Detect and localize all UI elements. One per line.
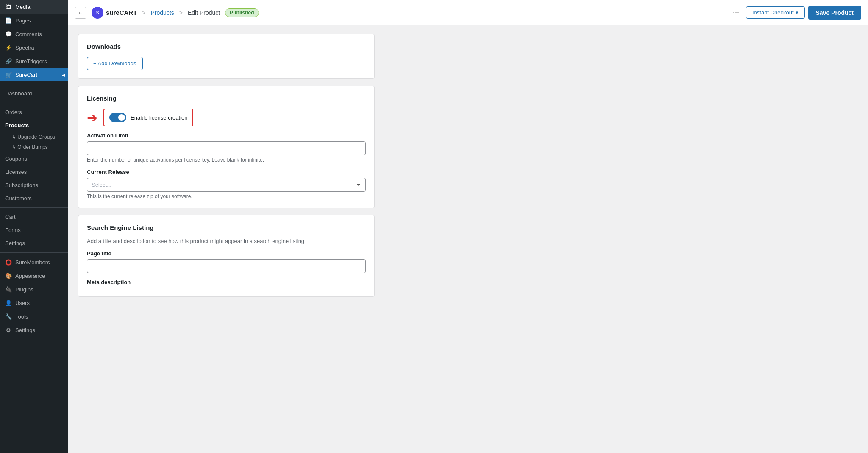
current-release-select[interactable]: Select... [87,178,366,192]
sidebar-item-customers[interactable]: Customers [0,192,68,205]
tools-icon: 🔧 [5,313,12,320]
chevron-down-icon: ▾ [796,9,798,16]
save-product-button[interactable]: Save Product [808,6,861,20]
logo-text: sureCART [106,9,137,16]
seo-description: Add a title and description to see how t… [87,238,366,244]
enable-license-toggle-row: Enable license creation [103,109,193,126]
activation-limit-input[interactable] [87,141,366,155]
published-badge: Published [225,8,259,17]
spectra-icon: ⚡ [5,44,12,51]
breadcrumb-products[interactable]: Products [151,9,174,16]
toggle-slider [109,113,126,122]
sidebar-divider-orders [0,103,68,103]
content-area: Downloads + Add Downloads Licensing ➔ En… [68,25,868,453]
sidebar-item-plugins[interactable]: 🔌 Plugins [0,282,68,296]
more-options-button[interactable]: ··· [729,6,743,19]
meta-description-field: Meta description [87,279,366,285]
back-button[interactable]: ← [75,7,86,19]
sidebar-item-orders[interactable]: Orders [0,106,68,119]
instant-checkout-button[interactable]: Instant Checkout ▾ [746,6,805,19]
sidebar-item-upgrade-groups[interactable]: ↳ Upgrade Groups [0,132,68,142]
breadcrumb-sep-2: > [179,9,183,16]
topbar-right: ··· Instant Checkout ▾ Save Product [729,6,861,20]
sidebar-item-products[interactable]: Products [0,119,68,132]
logo-icon: S [92,7,103,19]
sidebar-item-spectra[interactable]: ⚡ Spectra [0,41,68,54]
sidebar-item-settings2[interactable]: ⚙ Settings [0,323,68,337]
downloads-card: Downloads + Add Downloads [78,34,375,79]
sidebar-divider-2 [0,207,68,208]
sidebar-item-subscriptions[interactable]: Subscriptions [0,179,68,192]
page-title-field: Page title [87,250,366,273]
seo-card: Search Engine Listing Add a title and de… [78,215,375,297]
sidebar-item-licenses[interactable]: Licenses [0,165,68,179]
activation-hint: Enter the number of unique activations p… [87,157,366,163]
page-title-label: Page title [87,250,366,257]
meta-description-label: Meta description [87,279,366,285]
licensing-title: Licensing [87,95,366,102]
users-icon: 👤 [5,299,12,306]
red-arrow: ➔ [87,110,97,125]
sidebar-item-order-bumps[interactable]: ↳ Order Bumps [0,142,68,152]
seo-title: Search Engine Listing [87,224,366,231]
appearance-icon: 🎨 [5,272,12,279]
licensing-card: Licensing ➔ Enable license creation Acti… [78,86,375,208]
topbar: ← S sureCART > Products > Edit Product P… [68,0,868,25]
sidebar-item-suremembers[interactable]: ⭕ SureMembers [0,255,68,269]
main-area: ← S sureCART > Products > Edit Product P… [68,0,868,453]
current-release-hint: This is the current release zip of your … [87,193,366,199]
sidebar: 🖼 Media 📄 Pages 💬 Comments ⚡ Spectra 🔗 S… [0,0,68,453]
surecart-icon: 🛒 [5,71,12,78]
activation-limit-label: Activation Limit [87,132,366,139]
sidebar-item-users[interactable]: 👤 Users [0,296,68,310]
sidebar-divider-3 [0,252,68,253]
content-side [383,34,493,445]
sidebar-divider-1 [0,84,68,84]
svg-text:S: S [96,11,99,15]
comments-icon: 💬 [5,31,12,37]
sidebar-item-cart[interactable]: Cart [0,210,68,224]
activation-limit-field: Activation Limit Enter the number of uni… [87,132,366,163]
settings-icon: ⚙ [5,327,12,333]
current-release-field: Current Release Select... This is the cu… [87,169,366,199]
surecart-logo: S sureCART [92,7,137,19]
sidebar-item-pages[interactable]: 📄 Pages [0,14,68,27]
add-downloads-button[interactable]: + Add Downloads [87,57,143,70]
breadcrumb-edit-product: Edit Product [188,9,220,16]
sidebar-item-appearance[interactable]: 🎨 Appearance [0,269,68,282]
toggle-row-container: ➔ Enable license creation [87,109,366,126]
downloads-title: Downloads [87,43,366,50]
enable-license-label: Enable license creation [131,115,187,121]
page-title-input[interactable] [87,259,366,273]
suremembers-icon: ⭕ [5,259,12,266]
breadcrumb-sep-1: > [142,9,145,16]
pages-icon: 📄 [5,17,12,24]
sidebar-item-tools[interactable]: 🔧 Tools [0,310,68,323]
sidebar-item-surecart[interactable]: 🛒 SureCart [0,68,68,81]
sidebar-item-comments[interactable]: 💬 Comments [0,27,68,41]
content-main: Downloads + Add Downloads Licensing ➔ En… [78,34,375,445]
suretriggers-icon: 🔗 [5,58,12,64]
sidebar-item-dashboard[interactable]: Dashboard [0,87,68,100]
sidebar-item-forms[interactable]: Forms [0,224,68,237]
media-icon: 🖼 [5,3,12,10]
sidebar-item-settings[interactable]: Settings [0,237,68,250]
sidebar-item-suretriggers[interactable]: 🔗 SureTriggers [0,54,68,68]
plugins-icon: 🔌 [5,286,12,293]
sidebar-item-media[interactable]: 🖼 Media [0,0,68,14]
sidebar-item-coupons[interactable]: Coupons [0,152,68,165]
current-release-label: Current Release [87,169,366,175]
toggle-switch[interactable] [109,113,126,122]
